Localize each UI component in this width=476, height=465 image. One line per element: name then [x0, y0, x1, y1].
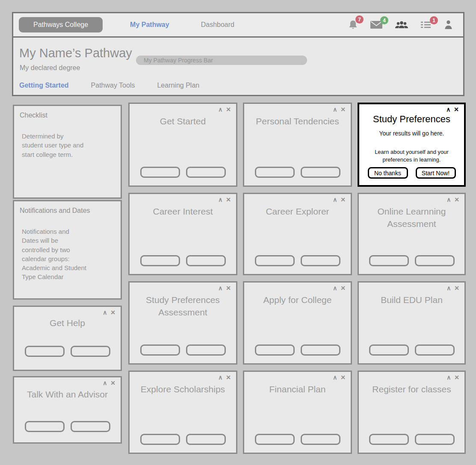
placeholder-button[interactable] — [140, 167, 180, 178]
placeholder-button[interactable] — [255, 344, 295, 356]
placeholder-buttons — [130, 255, 236, 266]
start-now-button[interactable]: Start Now! — [416, 167, 456, 179]
declared-degree-label: My declared degree — [20, 64, 80, 72]
collapse-icon[interactable]: ∧ — [333, 106, 338, 113]
pathway-card-grid: ∧ ✕ Get Started ∧ ✕ Personal Tendencies … — [128, 103, 466, 454]
placeholder-button[interactable] — [415, 344, 455, 356]
card-title: Explore Scholarships — [133, 383, 233, 395]
tab-learning-plan[interactable]: Learning Plan — [157, 82, 199, 89]
checklist-panel: Checklist Determined by student user typ… — [13, 105, 122, 199]
card-explore-scholarships: ∧ ✕ Explore Scholarships — [128, 371, 237, 454]
card-title: Register for classes — [362, 383, 461, 395]
collapse-icon[interactable]: ∧ — [103, 380, 108, 386]
card-controls: ∧ ✕ — [446, 196, 460, 203]
card-study-preferences-active: ∧ ✕ Study Preferences Your results will … — [358, 103, 466, 187]
close-icon[interactable]: ✕ — [226, 374, 232, 381]
placeholder-button[interactable] — [186, 255, 226, 266]
placeholder-button[interactable] — [369, 255, 409, 266]
list-icon[interactable]: 1 — [421, 21, 432, 29]
placeholder-button[interactable] — [186, 344, 226, 356]
person-icon[interactable] — [445, 20, 452, 29]
get-help-card: ∧ ✕ Get Help — [13, 306, 122, 371]
placeholder-button[interactable] — [415, 434, 455, 445]
placeholder-buttons — [14, 421, 121, 432]
card-controls: ∧ ✕ — [218, 374, 232, 381]
placeholder-buttons — [244, 255, 351, 266]
placeholder-button[interactable] — [301, 434, 340, 445]
card-title: Get Started — [133, 115, 233, 127]
close-icon[interactable]: ✕ — [454, 106, 460, 113]
placeholder-button[interactable] — [186, 434, 226, 445]
collapse-icon[interactable]: ∧ — [218, 285, 223, 291]
mail-icon[interactable]: 4 — [370, 21, 382, 29]
card-title: Study Preferences — [363, 113, 461, 126]
placeholder-button[interactable] — [301, 255, 340, 266]
close-icon[interactable]: ✕ — [454, 374, 460, 381]
collapse-icon[interactable]: ∧ — [446, 285, 452, 291]
collapse-icon[interactable]: ∧ — [218, 106, 223, 113]
close-icon[interactable]: ✕ — [110, 380, 116, 386]
placeholder-button[interactable] — [301, 344, 340, 356]
placeholder-button[interactable] — [369, 344, 409, 356]
collapse-icon[interactable]: ∧ — [446, 196, 452, 203]
card-get-started: ∧ ✕ Get Started — [128, 103, 237, 187]
collapse-icon[interactable]: ∧ — [103, 309, 108, 316]
nav-link-my-pathway[interactable]: My Pathway — [130, 21, 169, 29]
placeholder-button[interactable] — [140, 255, 180, 266]
close-icon[interactable]: ✕ — [226, 285, 232, 291]
placeholder-button[interactable] — [140, 344, 180, 356]
placeholder-button[interactable] — [186, 167, 226, 178]
close-icon[interactable]: ✕ — [226, 196, 232, 203]
notifications-body: Notifications and Dates will be controll… — [22, 227, 86, 282]
close-icon[interactable]: ✕ — [340, 374, 346, 381]
placeholder-button[interactable] — [415, 255, 455, 266]
card-title: Career Explorer — [248, 205, 347, 218]
close-icon[interactable]: ✕ — [340, 196, 346, 203]
checklist-body: Determined by student user type and star… — [22, 132, 83, 159]
bell-icon[interactable]: 7 — [349, 20, 358, 30]
close-icon[interactable]: ✕ — [340, 285, 346, 291]
placeholder-button[interactable] — [301, 167, 340, 178]
collapse-icon[interactable]: ∧ — [218, 374, 223, 381]
placeholder-button[interactable] — [369, 434, 409, 445]
card-controls: ∧ ✕ — [333, 285, 346, 291]
close-icon[interactable]: ✕ — [226, 106, 232, 113]
placeholder-button[interactable] — [255, 255, 295, 266]
nav-link-dashboard[interactable]: Dashboard — [201, 21, 234, 29]
placeholder-buttons — [130, 344, 236, 356]
collapse-icon[interactable]: ∧ — [333, 285, 338, 291]
card-description: Learn about yourself and your preference… — [368, 148, 455, 163]
collapse-icon[interactable]: ∧ — [333, 374, 338, 381]
placeholder-button[interactable] — [25, 346, 65, 357]
placeholder-button[interactable] — [140, 434, 180, 445]
placeholder-buttons — [130, 434, 236, 445]
notifications-panel: Notifications and Dates Notifications an… — [13, 200, 122, 300]
action-buttons: No thanks Start Now! — [359, 167, 464, 179]
card-controls: ∧ ✕ — [103, 309, 116, 316]
placeholder-button[interactable] — [255, 167, 295, 178]
card-controls: ∧ ✕ — [333, 196, 346, 203]
no-thanks-button[interactable]: No thanks — [368, 167, 408, 179]
tasks-badge: 1 — [430, 16, 438, 24]
collapse-icon[interactable]: ∧ — [446, 374, 452, 381]
collapse-icon[interactable]: ∧ — [446, 106, 451, 113]
card-controls: ∧ ✕ — [218, 196, 232, 203]
page-title: My Name’s Pathway — [19, 46, 132, 60]
collapse-icon[interactable]: ∧ — [218, 196, 223, 203]
tab-pathway-tools[interactable]: Pathway Tools — [91, 82, 135, 89]
collapse-icon[interactable]: ∧ — [333, 196, 338, 203]
placeholder-button[interactable] — [71, 421, 110, 432]
close-icon[interactable]: ✕ — [340, 106, 346, 113]
brand-button[interactable]: Pathways College — [19, 17, 103, 32]
placeholder-button[interactable] — [71, 346, 110, 357]
close-icon[interactable]: ✕ — [454, 285, 460, 291]
card-online-learning-assessment: ∧ ✕ Online Learnning Assessment — [358, 193, 466, 275]
people-icon[interactable] — [395, 21, 408, 29]
placeholder-button[interactable] — [25, 421, 65, 432]
tab-getting-started[interactable]: Getting Started — [19, 82, 69, 89]
close-icon[interactable]: ✕ — [110, 309, 116, 316]
card-build-edu-plan: ∧ ✕ Build EDU Plan — [358, 281, 466, 365]
checklist-title: Checklist — [20, 112, 47, 119]
close-icon[interactable]: ✕ — [454, 196, 460, 203]
placeholder-button[interactable] — [255, 434, 295, 445]
